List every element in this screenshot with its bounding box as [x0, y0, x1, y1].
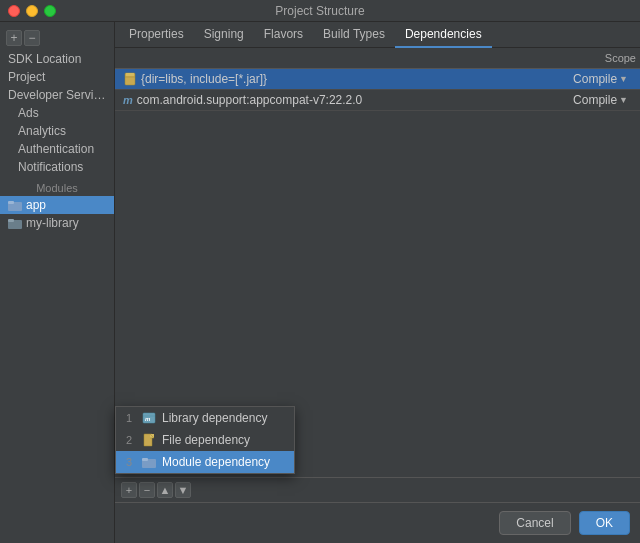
minimize-button[interactable] [26, 5, 38, 17]
sidebar-item-sdk-location[interactable]: SDK Location [0, 50, 114, 68]
row-1-name: {dir=libs, include=[*.jar]} [141, 72, 267, 86]
sidebar-remove-button[interactable]: − [24, 30, 40, 46]
sidebar-item-analytics[interactable]: Analytics [0, 122, 114, 140]
ok-button[interactable]: OK [579, 511, 630, 535]
cancel-button[interactable]: Cancel [499, 511, 570, 535]
maximize-button[interactable] [44, 5, 56, 17]
library-icon: m [142, 411, 156, 425]
table-row[interactable]: {dir=libs, include=[*.jar]} Compile ▼ [115, 69, 640, 90]
bottom-toolbar: + − ▲ ▼ [115, 477, 640, 502]
dropdown-item-label-1: Library dependency [162, 411, 267, 425]
sidebar: + − SDK Location Project Developer Servi… [0, 22, 115, 543]
my-library-label: my-library [26, 216, 79, 230]
file-icon [142, 433, 156, 447]
traffic-lights [8, 5, 56, 17]
tab-properties[interactable]: Properties [119, 22, 194, 48]
sidebar-add-button[interactable]: + [6, 30, 22, 46]
add-dependency-dropdown: 1 m Library dependency 2 [115, 406, 295, 474]
folder-icon [8, 217, 22, 229]
modules-section-label: Modules [0, 176, 114, 196]
sidebar-item-developer-services[interactable]: Developer Servic... [0, 86, 114, 104]
row-2-scope: Compile ▼ [552, 93, 632, 107]
dialog-footer: Cancel OK [115, 502, 640, 543]
tab-flavors[interactable]: Flavors [254, 22, 313, 48]
svg-rect-1 [8, 201, 14, 204]
scope-dropdown-arrow[interactable]: ▼ [619, 74, 628, 84]
add-dependency-button[interactable]: + [121, 482, 137, 498]
svg-rect-3 [8, 219, 14, 222]
title-bar: Project Structure [0, 0, 640, 22]
remove-dependency-button[interactable]: − [139, 482, 155, 498]
main-container: + − SDK Location Project Developer Servi… [0, 22, 640, 543]
row-1-scope: Compile ▼ [552, 72, 632, 86]
content-area: Properties Signing Flavors Build Types D… [115, 22, 640, 543]
table-header: Scope [115, 48, 640, 69]
tab-signing[interactable]: Signing [194, 22, 254, 48]
folder-icon [8, 199, 22, 211]
header-name [115, 50, 597, 66]
svg-rect-13 [142, 458, 148, 461]
sidebar-item-app[interactable]: app [0, 196, 114, 214]
row-2-cell: m com.android.support:appcompat-v7:22.2.… [123, 93, 552, 107]
sidebar-toolbar: + − [0, 26, 114, 50]
close-button[interactable] [8, 5, 20, 17]
dropdown-item-num-3: 3 [126, 456, 136, 468]
move-down-button[interactable]: ▼ [175, 482, 191, 498]
sidebar-item-my-library[interactable]: my-library [0, 214, 114, 232]
sidebar-item-notifications[interactable]: Notifications [0, 158, 114, 176]
svg-text:m: m [145, 416, 151, 422]
jar-icon [123, 72, 137, 86]
move-up-button[interactable]: ▲ [157, 482, 173, 498]
row-2-name: com.android.support:appcompat-v7:22.2.0 [137, 93, 362, 107]
tabs-bar: Properties Signing Flavors Build Types D… [115, 22, 640, 48]
scope-dropdown-arrow-2[interactable]: ▼ [619, 95, 628, 105]
window-title: Project Structure [275, 4, 364, 18]
dropdown-item-library[interactable]: 1 m Library dependency [116, 407, 294, 429]
dropdown-item-file[interactable]: 2 File dependency [116, 429, 294, 451]
app-module-label: app [26, 198, 46, 212]
table-row[interactable]: m com.android.support:appcompat-v7:22.2.… [115, 90, 640, 111]
sidebar-item-project[interactable]: Project [0, 68, 114, 86]
dropdown-item-label-2: File dependency [162, 433, 250, 447]
row-1-cell: {dir=libs, include=[*.jar]} [123, 72, 552, 86]
dropdown-item-label-3: Module dependency [162, 455, 270, 469]
tab-build-types[interactable]: Build Types [313, 22, 395, 48]
dropdown-item-num-2: 2 [126, 434, 136, 446]
tab-dependencies[interactable]: Dependencies [395, 22, 492, 48]
module-folder-icon [142, 455, 156, 469]
sidebar-item-authentication[interactable]: Authentication [0, 140, 114, 158]
dropdown-item-num-1: 1 [126, 412, 136, 424]
sidebar-item-ads[interactable]: Ads [0, 104, 114, 122]
svg-rect-5 [126, 73, 134, 76]
m-icon: m [123, 94, 133, 106]
dropdown-item-module[interactable]: 3 Module dependency [116, 451, 294, 473]
header-scope: Scope [597, 50, 640, 66]
